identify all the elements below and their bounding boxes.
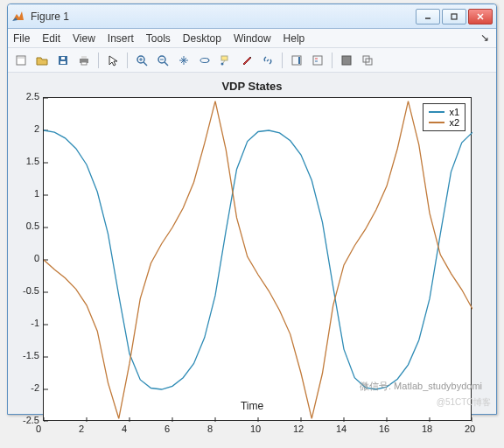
legend-entry-x2: x2 [429,117,459,128]
toolbar-separator [98,52,99,68]
toolbar [8,48,496,73]
brush-button[interactable] [237,51,256,70]
menu-tools[interactable]: Tools [146,32,171,45]
new-figure-button[interactable] [11,51,31,70]
maximize-button[interactable] [442,9,466,24]
window-controls [416,9,493,24]
toolbar-separator [282,52,283,68]
axes[interactable]: x1 x2 [43,97,472,421]
legend[interactable]: x1 x2 [423,103,466,131]
menu-desktop[interactable]: Desktop [183,32,221,45]
svg-rect-27 [342,56,351,65]
open-button[interactable] [32,51,52,70]
minimize-button[interactable] [416,9,440,24]
print-button[interactable] [74,51,94,70]
menu-edit[interactable]: Edit [42,32,60,45]
svg-rect-10 [81,56,87,59]
toolbar-separator [127,52,128,68]
zoom-out-button[interactable] [153,51,172,70]
menu-help[interactable]: Help [284,32,305,45]
pointer-button[interactable] [103,51,122,70]
datatip-button[interactable] [216,51,235,70]
legend-button[interactable] [308,51,327,70]
tile-button[interactable] [337,51,356,70]
toolbar-separator [332,52,332,68]
svg-point-21 [221,62,224,65]
svg-rect-7 [60,61,66,64]
cascade-button[interactable] [358,51,377,70]
menubar: File Edit View Insert Tools Desktop Wind… [8,29,496,48]
legend-entry-x1: x1 [429,107,459,117]
x-axis-label: Time [8,400,496,412]
menu-window[interactable]: Window [234,32,271,45]
dock-arrow-icon[interactable]: ↘ [480,32,489,44]
colorbar-button[interactable] [287,51,306,70]
svg-line-13 [144,62,147,66]
figure-window: Figure 1 File Edit View Insert Tools Des… [7,4,497,415]
watermark-side: @51CTO博客 [437,396,491,409]
zoom-in-button[interactable] [132,51,151,70]
matlab-logo-icon [11,10,25,24]
svg-rect-23 [298,57,300,64]
svg-line-17 [164,62,168,66]
rotate3d-button[interactable] [195,51,214,70]
svg-rect-20 [221,56,228,60]
menu-view[interactable]: View [73,32,95,45]
window-title: Figure 1 [31,10,416,23]
titlebar[interactable]: Figure 1 [8,4,496,29]
svg-rect-1 [452,14,457,19]
pan-button[interactable] [174,51,193,70]
menu-file[interactable]: File [13,32,30,45]
svg-rect-24 [313,56,322,65]
close-button[interactable] [468,9,493,24]
save-button[interactable] [53,51,73,70]
chart-svg [44,98,472,422]
chart-title: VDP States [8,80,496,93]
svg-rect-11 [81,62,87,65]
plot-area: VDP States x1 x2 Time 微信号: Matlab_studyb… [8,73,496,414]
link-button[interactable] [258,51,277,70]
svg-rect-8 [61,57,65,60]
menu-insert[interactable]: Insert [108,32,134,45]
watermark-text: 微信号: Matlab_studybydomi [360,380,482,393]
